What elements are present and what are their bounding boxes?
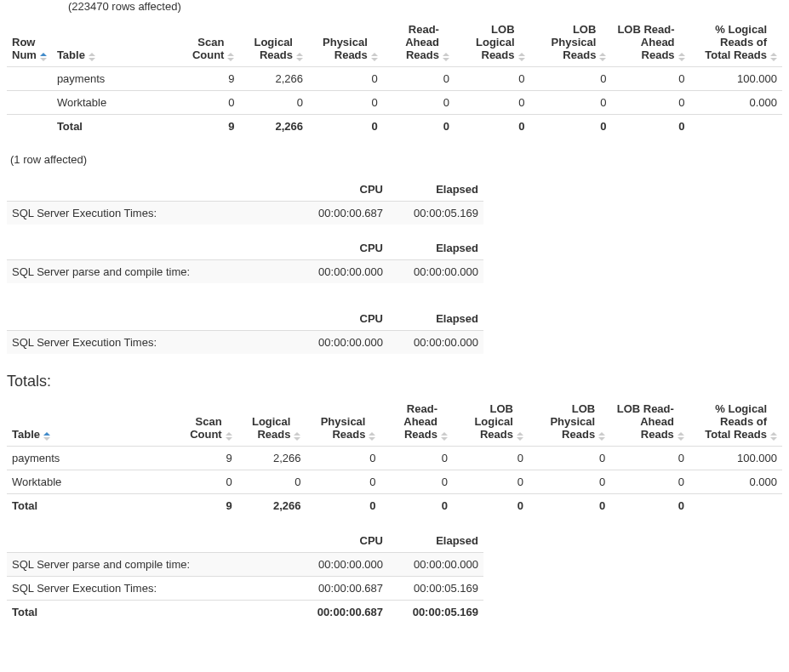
sort-icon[interactable] — [296, 53, 303, 61]
col-table[interactable]: Table — [12, 428, 40, 441]
col-physical-reads[interactable]: Physical Reads — [311, 415, 365, 441]
col-lob-read-ahead[interactable]: LOB Read-Ahead Reads — [615, 402, 674, 441]
col-lob-physical[interactable]: LOB Physical Reads — [534, 402, 595, 441]
sort-icon[interactable] — [678, 432, 684, 441]
sort-icon[interactable] — [598, 432, 605, 441]
table-row: Worktable 0 0 0 0 0 0 0 0.000 — [7, 470, 782, 494]
table-row: payments 9 2,266 0 0 0 0 0 100.000 — [7, 447, 782, 470]
io-stats-table: Row Num Table Scan Count Logical Reads P… — [7, 18, 782, 138]
table-row: SQL Server Execution Times: 00:00:00.687… — [7, 202, 483, 225]
sort-icon[interactable] — [89, 53, 95, 61]
col-lob-logical[interactable]: LOB Logical Reads — [460, 23, 515, 61]
col-logical-reads[interactable]: Logical Reads — [243, 415, 291, 441]
col-physical-reads[interactable]: Physical Reads — [313, 36, 368, 61]
sort-icon[interactable] — [40, 53, 47, 61]
col-cpu: CPU — [360, 183, 383, 196]
col-lob-read-ahead[interactable]: LOB Read-Ahead Reads — [616, 23, 674, 61]
sort-icon[interactable] — [441, 432, 448, 441]
sort-icon[interactable] — [294, 432, 300, 441]
col-elapsed: Elapsed — [436, 242, 478, 254]
col-scan-count[interactable]: Scan Count — [182, 415, 222, 441]
col-elapsed: Elapsed — [436, 534, 478, 547]
time-table-1: CPU Elapsed SQL Server Execution Times: … — [7, 178, 483, 225]
col-pct-logical[interactable]: % Logical Reads of Total Reads — [695, 402, 767, 441]
table-row: SQL Server parse and compile time: 00:00… — [7, 553, 483, 577]
col-elapsed: Elapsed — [436, 312, 478, 325]
rows-affected-1: (223470 rows affected) — [68, 0, 782, 13]
col-row-num[interactable]: Row Num — [12, 36, 37, 61]
col-read-ahead[interactable]: Read-Ahead Reads — [386, 402, 437, 441]
sort-icon[interactable] — [369, 432, 375, 441]
table-row: Worktable 0 0 0 0 0 0 0 0.000 — [7, 91, 782, 115]
table-total-row: Total 9 2,266 0 0 0 0 0 — [7, 494, 782, 518]
table-row: SQL Server Execution Times: 00:00:00.000… — [7, 331, 483, 355]
col-lob-physical[interactable]: LOB Physical Reads — [535, 23, 597, 61]
col-scan-count[interactable]: Scan Count — [185, 36, 225, 61]
sort-icon[interactable] — [226, 432, 232, 441]
table-total-row: Total 9 2,266 0 0 0 0 0 — [7, 115, 782, 139]
sort-icon[interactable] — [518, 53, 525, 61]
col-elapsed: Elapsed — [436, 183, 478, 196]
totals-heading: Totals: — [7, 373, 782, 390]
table-row: SQL Server parse and compile time: 00:00… — [7, 260, 483, 284]
col-lob-logical[interactable]: LOB Logical Reads — [458, 402, 513, 441]
sort-icon[interactable] — [371, 53, 378, 61]
rows-affected-2: (1 row affected) — [10, 153, 782, 166]
table-row: payments 9 2,266 0 0 0 0 0 100.000 — [7, 67, 782, 91]
sort-icon[interactable] — [517, 432, 523, 441]
sort-icon[interactable] — [770, 53, 777, 61]
table-total-row: Total 00:00:00.687 00:00:05.169 — [7, 601, 483, 624]
col-table[interactable]: Table — [57, 48, 85, 61]
sort-icon[interactable] — [43, 432, 50, 441]
col-pct-logical[interactable]: % Logical Reads of Total Reads — [695, 23, 767, 61]
totals-time-table: CPU Elapsed SQL Server parse and compile… — [7, 529, 483, 624]
sort-icon[interactable] — [678, 53, 685, 61]
sort-icon[interactable] — [770, 432, 777, 441]
sort-icon[interactable] — [443, 53, 449, 61]
table-row: SQL Server Execution Times: 00:00:00.687… — [7, 577, 483, 601]
col-read-ahead[interactable]: Read-Ahead Reads — [388, 23, 439, 61]
time-table-2: CPU Elapsed SQL Server parse and compile… — [7, 236, 483, 283]
sort-icon[interactable] — [227, 53, 234, 61]
totals-stats-table: Table Scan Count Logical Reads Physical … — [7, 397, 782, 517]
col-cpu: CPU — [360, 242, 383, 254]
col-logical-reads[interactable]: Logical Reads — [244, 36, 293, 61]
col-cpu: CPU — [360, 534, 383, 547]
sort-icon[interactable] — [599, 53, 606, 61]
time-table-3: CPU Elapsed SQL Server Execution Times: … — [7, 307, 483, 354]
col-cpu: CPU — [360, 312, 383, 325]
